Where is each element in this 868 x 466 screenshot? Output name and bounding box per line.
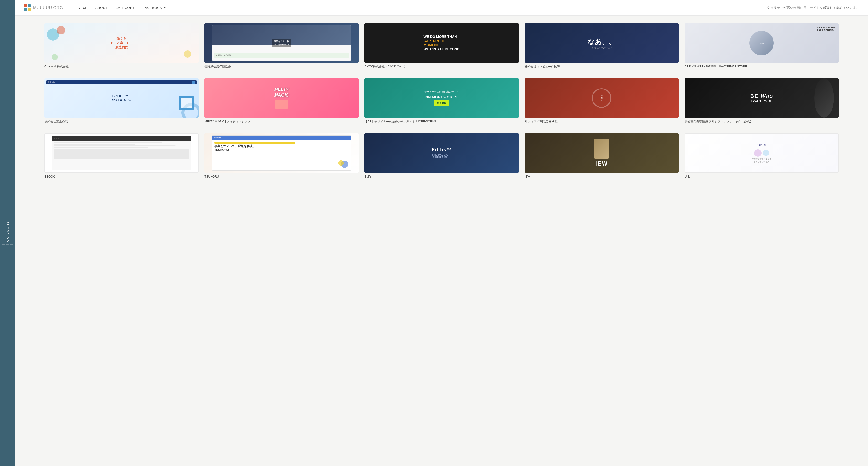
- nav-item-about[interactable]: ABOUT: [95, 6, 108, 9]
- thumb-unie: Unie ご家族や学校も使えるもうひとつの場所: [685, 134, 839, 173]
- grid-row-2: 富士交易 BRIDGE tothe FUTURE 株式会社富士交易 MELTYM…: [44, 79, 839, 124]
- thumb-fujita: 富士交易 BRIDGE tothe FUTURE: [44, 79, 198, 118]
- card-title-unie: Unie: [685, 175, 839, 179]
- card-alicia[interactable]: BE Who I WANT to BE 男性専門美容医療 アリシアネオクリニック…: [685, 79, 839, 124]
- card-title-crews: CREW'S WEEK2023SS – BAYCREW'S STORE: [685, 64, 839, 69]
- thumb-alicia: BE Who I WANT to BE: [685, 79, 839, 118]
- thumb-moreworks: デザイナーのための求人サイト NN MOREWORKS 会員登録: [364, 79, 519, 118]
- thumb-ringo: 林檎堂: [525, 79, 679, 118]
- header: MUUUUU.ORG LINEUP ABOUT CATEGORY FACEBOO…: [15, 0, 868, 16]
- card-title-tsunoru: TSUNORU: [205, 175, 359, 179]
- card-computer[interactable]: なあ、、 コンビ組んでくれへん？ 株式会社コンピュータ技研: [525, 24, 679, 69]
- card-iew[interactable]: IEW IEW: [525, 134, 679, 179]
- nav-item-lineup[interactable]: LINEUP: [75, 6, 88, 9]
- card-ringo[interactable]: 林檎堂 リンゴアメ専門店 林檎堂: [525, 79, 679, 124]
- card-title-edifis: Edifis: [364, 175, 519, 179]
- card-edifis[interactable]: Edifis™ THE PASSIONIS BUILT-IN Edifis: [364, 134, 519, 179]
- card-title-ringo: リンゴアメ専門店 林檎堂: [525, 120, 679, 124]
- nav: LINEUP ABOUT CATEGORY FACEBOOK ✦: [75, 6, 166, 9]
- grid-row-1: 働くをもっと楽しく、創造的に Chatwork株式会社 明日もくり一歩いつもの強…: [44, 24, 839, 69]
- sidebar-label[interactable]: CATEGORY: [2, 221, 13, 245]
- logo-name: MUUUUU: [33, 6, 52, 10]
- card-title-melty: MELTY MAGIC | メルティマジック: [205, 120, 359, 124]
- thumb-tsunoru: TSUNORU 事業をツノって、課題を解決。TSUNORU: [205, 134, 359, 173]
- thumb-iew: IEW: [525, 134, 679, 173]
- card-title-cmyk: CMYK株式会社（CMYK Corp.）: [364, 64, 519, 69]
- card-cmyk[interactable]: WE DO MORE THAN CAPTURE THE MOMENT, WE C…: [364, 24, 519, 69]
- logo-icon: [24, 4, 31, 11]
- card-crews[interactable]: CREW'S WEEK2023 SPRING photo CREW'S WEEK…: [685, 24, 839, 69]
- thumb-crews: CREW'S WEEK2023 SPRING photo: [685, 24, 839, 63]
- sidebar-lines-icon: [2, 244, 13, 245]
- thumb-melty: MELTYMAGIC: [205, 79, 359, 118]
- logo-text: MUUUUU.ORG: [33, 5, 63, 10]
- thumb-bbook: [44, 134, 198, 173]
- thumb-nagano: 明日もくり一歩いつもの強さへ 創業相談 経営相談: [205, 24, 359, 63]
- card-title-fujita: 株式会社富士交易: [44, 120, 198, 124]
- thumb-cmyk: WE DO MORE THAN CAPTURE THE MOMENT, WE C…: [364, 24, 519, 63]
- nav-item-category[interactable]: CATEGORY: [116, 6, 135, 9]
- thumb-chatwork: 働くをもっと楽しく、創造的に: [44, 24, 198, 63]
- card-bbook[interactable]: BBOOK: [44, 134, 198, 179]
- nav-active-underline: [102, 15, 112, 16]
- sidebar: CATEGORY: [0, 0, 15, 466]
- card-title-bbook: BBOOK: [44, 175, 198, 179]
- card-title-alicia: 男性専門美容医療 アリシアネオクリニック【公式】: [685, 120, 839, 124]
- card-title-nagano: 長野県信用保証協会: [205, 64, 359, 69]
- card-tsunoru[interactable]: TSUNORU 事業をツノって、課題を解決。TSUNORU TSUNORU: [205, 134, 359, 179]
- content: 働くをもっと楽しく、創造的に Chatwork株式会社 明日もくり一歩いつもの強…: [15, 16, 868, 203]
- grid-row-3: BBOOK TSUNORU 事業をツノって、課題を解決。TSUNORU: [44, 134, 839, 179]
- card-title-computer: 株式会社コンピュータ技研: [525, 64, 679, 69]
- card-title-iew: IEW: [525, 175, 679, 179]
- card-fujita[interactable]: 富士交易 BRIDGE tothe FUTURE 株式会社富士交易: [44, 79, 198, 124]
- card-melty[interactable]: MELTYMAGIC MELTY MAGIC | メルティマジック: [205, 79, 359, 124]
- card-title-moreworks: 【PR】デザイナーのための求人サイト MOREWORKS: [364, 120, 519, 124]
- main-wrap: MUUUUU.ORG LINEUP ABOUT CATEGORY FACEBOO…: [15, 0, 868, 466]
- card-title-chatwork: Chatwork株式会社: [44, 64, 198, 69]
- header-tagline: クオリティが高い綺麗に長いサイトを厳選して集めています。: [767, 6, 859, 10]
- card-nagano[interactable]: 明日もくり一歩いつもの強さへ 創業相談 経営相談 長野県信用保証協会: [205, 24, 359, 69]
- nav-item-facebook[interactable]: FACEBOOK ✦: [143, 6, 166, 9]
- card-chatwork[interactable]: 働くをもっと楽しく、創造的に Chatwork株式会社: [44, 24, 198, 69]
- card-unie[interactable]: Unie ご家族や学校も使えるもうひとつの場所 Unie: [685, 134, 839, 179]
- logo-tld: .ORG: [52, 6, 63, 10]
- thumb-edifis: Edifis™ THE PASSIONIS BUILT-IN: [364, 134, 519, 173]
- thumb-computer: なあ、、 コンビ組んでくれへん？: [525, 24, 679, 63]
- logo[interactable]: MUUUUU.ORG: [24, 4, 63, 11]
- card-moreworks[interactable]: デザイナーのための求人サイト NN MOREWORKS 会員登録 【PR】デザイ…: [364, 79, 519, 124]
- sidebar-category-label: CATEGORY: [6, 221, 9, 242]
